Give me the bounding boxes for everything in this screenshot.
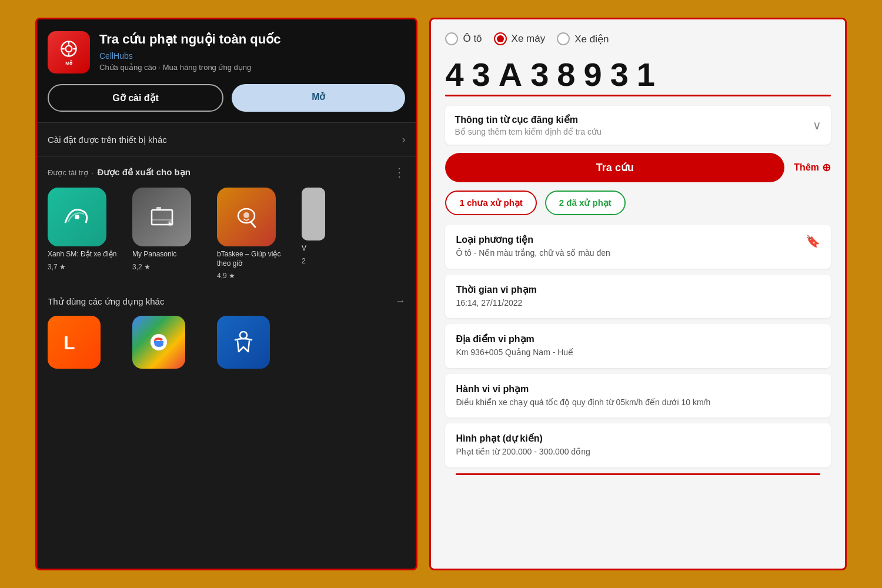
app-developer: CellHubs xyxy=(99,51,405,61)
more-options-icon[interactable]: ⋮ xyxy=(393,165,405,179)
detail-title-thoigian: Thời gian vi phạm xyxy=(456,284,820,295)
list-item[interactable]: bTaskee – Giúp việc theo giờ 4,9 ★ xyxy=(217,188,293,280)
app-grid-rating: 3,2 ★ xyxy=(132,263,209,271)
chevron-down-icon: › xyxy=(402,133,405,146)
loai-phuong-tien-card: Loại phương tiện Ô tô - Nền màu trắng, c… xyxy=(445,225,831,269)
bookmark-icon[interactable]: 🔖 xyxy=(806,234,820,248)
svg-line-12 xyxy=(250,222,255,227)
app-title: Tra cứu phạt nguội toàn quốc xyxy=(99,31,405,48)
radio-circle-oto xyxy=(445,32,458,45)
thoi-gian-vi-pham-card: Thời gian vi phạm 16:14, 27/11/2022 xyxy=(445,275,831,319)
sponsored-label: Được tài trợ xyxy=(48,168,88,177)
app-grid-icon-v xyxy=(302,188,325,240)
plate-char-2: A xyxy=(499,58,522,91)
svg-point-1 xyxy=(66,46,72,52)
them-label-text: Thêm xyxy=(794,162,819,173)
open-button[interactable]: Mở xyxy=(232,84,405,112)
plate-char-0: 4 xyxy=(445,58,463,91)
app-meta: Chứa quảng cáo · Mua hàng trong ứng dụng xyxy=(99,63,405,72)
app-grid-icon-xanhsm xyxy=(48,188,106,246)
svg-point-6 xyxy=(75,215,79,219)
tracuu-button[interactable]: Tra cứu xyxy=(445,153,784,182)
info-section-title: Thông tin từ cục đăng kiểm xyxy=(455,114,601,125)
radio-label-xedien: Xe điện xyxy=(574,33,609,45)
plate-char-6: 3 xyxy=(610,58,629,91)
svg-text:L: L xyxy=(64,332,75,353)
plate-char-4: 8 xyxy=(557,58,575,91)
detail-title-diadiem: Địa điểm vi phạm xyxy=(456,333,820,345)
plate-char-3: 3 xyxy=(530,58,549,91)
other-app-icon-lazada: L xyxy=(48,316,101,369)
penalty-status-row: 1 chưa xử phạt 2 đã xử phạt xyxy=(445,191,831,215)
other-apps-section: Thử dùng các ứng dụng khác → L xyxy=(37,286,416,375)
left-panel: Mở Tra cứu phạt nguội toàn quốc CellHubs… xyxy=(35,18,417,570)
arrow-right-icon: → xyxy=(395,295,405,308)
list-item[interactable] xyxy=(132,316,209,369)
app-grid-rating: 2 xyxy=(302,257,325,265)
sponsored-section: Được tài trợ · Được đề xuất cho bạn ⋮ xyxy=(37,157,416,286)
app-grid-rating: 4,9 ★ xyxy=(217,272,293,280)
location-icon: ⊕ xyxy=(822,161,831,174)
sponsored-app-grid: Xanh SM: Đặt xe điện 3,7 ★ My xyxy=(48,188,405,280)
plate-underline xyxy=(445,95,831,96)
app-grid-rating: 3,7 ★ xyxy=(48,263,124,271)
plate-char-5: 9 xyxy=(584,58,602,91)
app-grid-name: bTaskee – Giúp việc theo giờ xyxy=(217,250,293,268)
chua-xu-phat-button[interactable]: 1 chưa xử phạt xyxy=(445,191,536,215)
uninstall-button[interactable]: Gỡ cài đặt xyxy=(48,84,223,112)
license-plate-display[interactable]: 4 3 A 3 8 9 3 1 xyxy=(445,58,831,91)
radio-circle-xemay xyxy=(494,32,507,45)
radio-label-oto: Ô tô xyxy=(463,33,482,45)
info-section-subtitle: Bổ sung thêm tem kiểm định để tra cứu xyxy=(455,127,601,136)
hanh-vi-vi-pham-card: Hành vi vi phạm Điều khiển xe chạy quá t… xyxy=(445,374,831,418)
radio-item-xemay[interactable]: Xe máy xyxy=(494,32,546,45)
vehicle-type-radio-group: Ô tô Xe máy Xe điện xyxy=(445,32,831,45)
list-item[interactable]: V 2 xyxy=(302,188,325,280)
detail-title-hinhphat: Hình phạt (dự kiến) xyxy=(456,433,820,444)
list-item[interactable] xyxy=(217,316,293,369)
radio-item-oto[interactable]: Ô tô xyxy=(445,32,482,45)
hinh-phat-card: Hình phạt (dự kiến) Phạt tiền từ 200.000… xyxy=(445,423,831,467)
list-item[interactable]: Xanh SM: Đặt xe điện 3,7 ★ xyxy=(48,188,124,280)
detail-value-loai: Ô tô - Nền màu trắng, chữ và số màu đen xyxy=(456,248,820,259)
detail-value-diadiem: Km 936+005 Quảng Nam - Huế xyxy=(456,347,820,359)
app-card: Mở Tra cứu phạt nguội toàn quốc CellHubs… xyxy=(37,19,416,123)
other-apps-title: Thử dùng các ứng dụng khác xyxy=(48,296,164,307)
app-grid-icon-btaskee xyxy=(217,188,276,246)
sponsored-title: Được đề xuất cho bạn xyxy=(97,167,191,178)
bottom-divider xyxy=(456,473,820,475)
list-item[interactable]: L xyxy=(48,316,124,369)
radio-item-xedien[interactable]: Xe điện xyxy=(557,32,609,45)
dot-separator: · xyxy=(92,168,94,177)
right-panel: Ô tô Xe máy Xe điện 4 3 A 3 8 9 3 xyxy=(429,18,847,570)
plate-char-1: 3 xyxy=(472,58,490,91)
plate-char-7: 1 xyxy=(637,58,655,91)
install-section[interactable]: Cài đặt được trên thiết bị khác › xyxy=(37,123,416,157)
svg-point-13 xyxy=(243,212,249,218)
app-grid-name: My Panasonic xyxy=(132,250,209,259)
tracuu-row: Tra cứu Thêm ⊕ xyxy=(445,153,831,182)
app-icon-label: Mở xyxy=(65,61,72,66)
registration-info-section[interactable]: Thông tin từ cục đăng kiểm Bổ sung thêm … xyxy=(445,106,831,145)
detail-value-hinhphat: Phạt tiền từ 200.000 - 300.000 đồng xyxy=(456,446,820,458)
detail-value-thoigian: 16:14, 27/11/2022 xyxy=(456,298,820,309)
other-app-icon-google xyxy=(132,316,185,369)
other-apps-grid: L xyxy=(48,316,405,369)
app-grid-name: V xyxy=(302,244,325,253)
svg-point-17 xyxy=(240,332,247,339)
radio-circle-xedien xyxy=(557,32,570,45)
chevron-down-icon: ∨ xyxy=(813,118,821,132)
svg-rect-8 xyxy=(156,207,161,210)
dia-diem-vi-pham-card: Địa điểm vi phạm Km 936+005 Quảng Nam - … xyxy=(445,324,831,368)
radio-label-xemay: Xe máy xyxy=(512,33,546,45)
app-grid-icon-panasonic xyxy=(132,188,191,246)
da-xu-phat-button[interactable]: 2 đã xử phạt xyxy=(545,191,626,215)
other-app-icon-accessibility xyxy=(217,316,270,369)
detail-title-hanhvi: Hành vi vi phạm xyxy=(456,383,820,395)
install-title: Cài đặt được trên thiết bị khác xyxy=(48,135,167,145)
them-button[interactable]: Thêm ⊕ xyxy=(794,161,831,174)
list-item[interactable]: My Panasonic 3,2 ★ xyxy=(132,188,209,280)
app-icon: Mở xyxy=(48,31,90,74)
detail-title-loai: Loại phương tiện xyxy=(456,234,820,245)
detail-value-hanhvi: Điều khiển xe chạy quá tốc độ quy định t… xyxy=(456,397,820,409)
